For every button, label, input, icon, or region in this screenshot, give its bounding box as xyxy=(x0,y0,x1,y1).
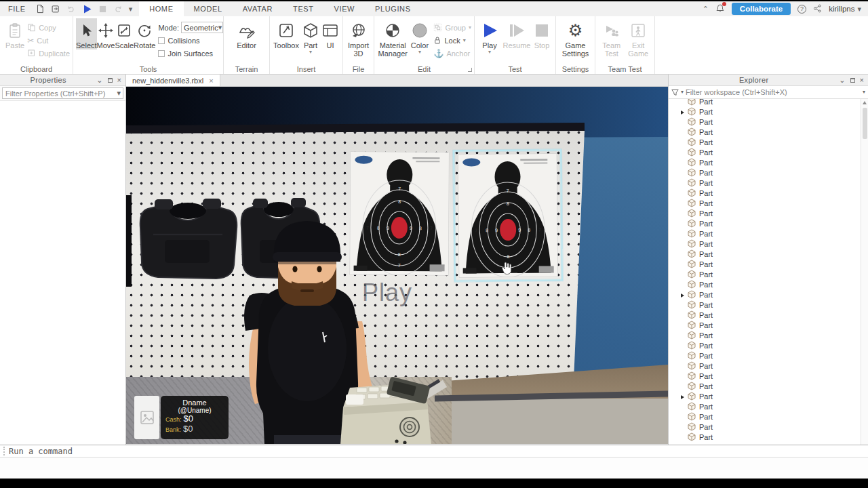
tab-plugins[interactable]: PLUGINS xyxy=(365,1,421,16)
tab-model[interactable]: MODEL xyxy=(184,1,233,16)
game-viewport[interactable]: 7 8 9 9 8 8 8 7 7 7 xyxy=(126,87,668,444)
new-file-icon[interactable] xyxy=(35,4,45,14)
explorer-item-part[interactable]: Part xyxy=(669,300,861,310)
rotate-tool-button[interactable]: Rotate xyxy=(134,18,155,49)
explorer-item-part[interactable]: Part xyxy=(669,239,861,249)
explorer-item-part[interactable]: Part xyxy=(669,391,861,401)
tab-avatar[interactable]: AVATAR xyxy=(233,1,283,16)
explorer-item-part[interactable]: Part xyxy=(669,401,861,411)
explorer-chevron-down-icon[interactable]: ⌄ xyxy=(839,77,845,84)
stop-button[interactable]: Stop xyxy=(532,18,552,49)
document-tab[interactable]: new_hiddenville3.rbxl × xyxy=(126,75,220,86)
shooting-target-right-selected[interactable]: 7 8 9 9 8 8 8 7 7 7 xyxy=(458,153,558,277)
notifications-bell-icon[interactable] xyxy=(715,3,725,14)
collapse-ribbon-icon[interactable]: ⌃ xyxy=(703,5,709,13)
explorer-item-part[interactable]: Part xyxy=(669,259,861,269)
explorer-scrollbar[interactable] xyxy=(861,99,868,445)
properties-chevron-down-icon[interactable]: ⌄ xyxy=(96,77,102,84)
explorer-item-part[interactable]: Part xyxy=(669,127,861,137)
cash-register[interactable] xyxy=(330,375,448,444)
play-button[interactable]: Play ▾ xyxy=(477,18,502,54)
explorer-filter-input[interactable] xyxy=(686,88,861,96)
game-settings-button[interactable]: ⚙ Game Settings xyxy=(559,18,592,58)
tactical-vest-left[interactable] xyxy=(134,195,244,285)
explorer-item-part[interactable]: Part xyxy=(669,422,861,432)
ui-button[interactable]: UI xyxy=(321,18,339,49)
join-surfaces-checkbox[interactable] xyxy=(158,50,165,57)
lock-button[interactable]: Lock▾ xyxy=(433,34,471,47)
collisions-checkbox-row[interactable]: Collisions xyxy=(158,34,223,47)
tab-home[interactable]: HOME xyxy=(139,1,183,16)
explorer-item-part[interactable]: Part xyxy=(669,106,861,117)
properties-filter-input[interactable] xyxy=(3,89,117,98)
explorer-item-part[interactable]: Part xyxy=(669,320,861,330)
explorer-item-part[interactable]: Part xyxy=(669,228,861,239)
explorer-item-part[interactable]: Part xyxy=(669,198,861,208)
explorer-item-part[interactable]: Part xyxy=(669,330,861,340)
scrollbar-thumb[interactable] xyxy=(863,108,867,139)
group-button[interactable]: Group▾ xyxy=(433,21,471,34)
explorer-item-part[interactable]: Part xyxy=(669,208,861,218)
explorer-item-part[interactable]: Part xyxy=(669,117,861,127)
explorer-item-part[interactable]: Part xyxy=(669,361,861,371)
explorer-item-part[interactable]: Part xyxy=(669,99,861,106)
terrain-editor-button[interactable]: Editor xyxy=(232,18,262,49)
properties-filter-box[interactable]: ▾ xyxy=(2,87,123,99)
open-file-icon[interactable] xyxy=(51,4,60,14)
material-manager-button[interactable]: Material Manager xyxy=(377,18,408,58)
command-bar-input[interactable] xyxy=(9,447,868,456)
explorer-item-part[interactable]: Part xyxy=(669,188,861,198)
explorer-item-part[interactable]: Part xyxy=(669,249,861,259)
join-surfaces-checkbox-row[interactable]: Join Surfaces xyxy=(158,47,223,60)
tab-view[interactable]: VIEW xyxy=(324,1,366,16)
explorer-item-part[interactable]: Part xyxy=(669,310,861,320)
color-button[interactable]: Color ▾ xyxy=(408,18,431,54)
explorer-item-part[interactable]: Part xyxy=(669,381,861,391)
edit-dialog-launcher-icon[interactable] xyxy=(468,68,472,72)
explorer-item-part[interactable]: Part xyxy=(669,218,861,228)
anchor-button[interactable]: ⚓Anchor xyxy=(433,47,471,60)
command-bar-drag-handle[interactable] xyxy=(3,447,5,455)
part-button[interactable]: Part ▾ xyxy=(300,18,321,54)
explorer-item-part[interactable]: Part xyxy=(669,289,861,300)
document-tab-close-icon[interactable]: × xyxy=(209,77,213,85)
properties-close-icon[interactable]: × xyxy=(117,77,121,84)
share-icon[interactable] xyxy=(813,4,822,14)
select-tool-button[interactable]: Select xyxy=(76,18,97,49)
paste-button[interactable]: Paste xyxy=(3,18,27,49)
explorer-item-part[interactable]: Part xyxy=(669,269,861,279)
properties-float-icon[interactable] xyxy=(108,78,113,83)
explorer-item-part[interactable]: Part xyxy=(669,167,861,178)
play-quick-icon[interactable] xyxy=(82,4,92,14)
exit-game-button[interactable]: Exit Game xyxy=(625,18,652,58)
explorer-item-part[interactable]: Part xyxy=(669,137,861,147)
explorer-item-part[interactable]: Part xyxy=(669,147,861,157)
explorer-item-part[interactable]: Part xyxy=(669,371,861,381)
explorer-close-icon[interactable]: × xyxy=(860,77,864,84)
file-menu[interactable]: FILE xyxy=(0,5,34,13)
copy-button[interactable]: Copy xyxy=(27,21,70,34)
explorer-float-icon[interactable] xyxy=(850,78,855,83)
explorer-item-part[interactable]: Part xyxy=(669,350,861,361)
customize-toolbar-icon[interactable]: ▾ xyxy=(129,5,133,13)
collaborate-button[interactable]: Collaborate xyxy=(732,3,791,15)
explorer-item-part[interactable]: Part xyxy=(669,157,861,167)
team-test-button[interactable]: Team Test xyxy=(598,18,625,58)
expand-arrow-icon[interactable] xyxy=(681,392,688,401)
mode-dropdown[interactable]: Geometric▾ xyxy=(181,22,223,33)
move-tool-button[interactable]: Move xyxy=(97,18,115,49)
explorer-filter-row[interactable]: ▾ ▾ xyxy=(669,86,868,99)
expand-arrow-icon[interactable] xyxy=(681,108,688,116)
resume-button[interactable]: Resume xyxy=(502,18,532,49)
scale-tool-button[interactable]: Scale xyxy=(115,18,134,49)
user-menu[interactable]: kirillpns▾ xyxy=(829,5,861,13)
expand-arrow-icon[interactable] xyxy=(681,291,688,299)
explorer-item-part[interactable]: Part xyxy=(669,279,861,289)
tab-test[interactable]: TEST xyxy=(283,1,324,16)
duplicate-button[interactable]: Duplicate xyxy=(27,47,70,60)
explorer-item-part[interactable]: Part xyxy=(669,340,861,350)
explorer-item-part[interactable]: Part xyxy=(669,178,861,188)
scrollbar-up-arrow-icon[interactable] xyxy=(863,101,867,104)
toolbox-button[interactable]: Toolbox xyxy=(273,18,300,49)
explorer-item-part[interactable]: Part xyxy=(669,432,861,442)
